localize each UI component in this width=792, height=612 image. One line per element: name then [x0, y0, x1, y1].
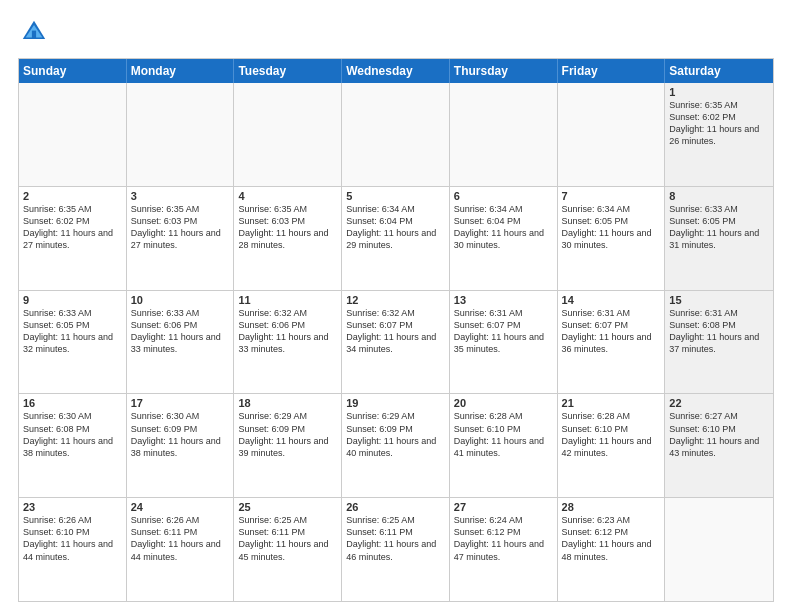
- calendar-day-cell: [665, 498, 773, 601]
- header-day: Tuesday: [234, 59, 342, 83]
- day-info: Sunrise: 6:34 AM Sunset: 6:05 PM Dayligh…: [562, 203, 661, 252]
- day-info: Sunrise: 6:28 AM Sunset: 6:10 PM Dayligh…: [562, 410, 661, 459]
- day-info: Sunrise: 6:29 AM Sunset: 6:09 PM Dayligh…: [346, 410, 445, 459]
- calendar-day-cell: 21Sunrise: 6:28 AM Sunset: 6:10 PM Dayli…: [558, 394, 666, 497]
- day-info: Sunrise: 6:31 AM Sunset: 6:07 PM Dayligh…: [562, 307, 661, 356]
- calendar-body: 1Sunrise: 6:35 AM Sunset: 6:02 PM Daylig…: [19, 83, 773, 601]
- calendar-day-cell: 6Sunrise: 6:34 AM Sunset: 6:04 PM Daylig…: [450, 187, 558, 290]
- calendar-week: 16Sunrise: 6:30 AM Sunset: 6:08 PM Dayli…: [19, 393, 773, 497]
- day-info: Sunrise: 6:35 AM Sunset: 6:03 PM Dayligh…: [238, 203, 337, 252]
- calendar-day-cell: 18Sunrise: 6:29 AM Sunset: 6:09 PM Dayli…: [234, 394, 342, 497]
- day-info: Sunrise: 6:33 AM Sunset: 6:05 PM Dayligh…: [669, 203, 769, 252]
- day-number: 2: [23, 190, 122, 202]
- day-number: 17: [131, 397, 230, 409]
- logo-icon: [20, 18, 48, 46]
- day-number: 16: [23, 397, 122, 409]
- calendar-week: 2Sunrise: 6:35 AM Sunset: 6:02 PM Daylig…: [19, 186, 773, 290]
- day-number: 19: [346, 397, 445, 409]
- day-info: Sunrise: 6:28 AM Sunset: 6:10 PM Dayligh…: [454, 410, 553, 459]
- day-number: 22: [669, 397, 769, 409]
- calendar-day-cell: 13Sunrise: 6:31 AM Sunset: 6:07 PM Dayli…: [450, 291, 558, 394]
- calendar-day-cell: 14Sunrise: 6:31 AM Sunset: 6:07 PM Dayli…: [558, 291, 666, 394]
- day-info: Sunrise: 6:26 AM Sunset: 6:10 PM Dayligh…: [23, 514, 122, 563]
- header-day: Sunday: [19, 59, 127, 83]
- calendar-day-cell: [127, 83, 235, 186]
- day-number: 23: [23, 501, 122, 513]
- calendar-day-cell: 28Sunrise: 6:23 AM Sunset: 6:12 PM Dayli…: [558, 498, 666, 601]
- day-info: Sunrise: 6:30 AM Sunset: 6:09 PM Dayligh…: [131, 410, 230, 459]
- day-number: 20: [454, 397, 553, 409]
- calendar-day-cell: 17Sunrise: 6:30 AM Sunset: 6:09 PM Dayli…: [127, 394, 235, 497]
- calendar-day-cell: 5Sunrise: 6:34 AM Sunset: 6:04 PM Daylig…: [342, 187, 450, 290]
- day-number: 28: [562, 501, 661, 513]
- calendar-day-cell: 10Sunrise: 6:33 AM Sunset: 6:06 PM Dayli…: [127, 291, 235, 394]
- header: [18, 18, 774, 50]
- calendar-day-cell: [234, 83, 342, 186]
- day-number: 14: [562, 294, 661, 306]
- day-number: 25: [238, 501, 337, 513]
- day-info: Sunrise: 6:32 AM Sunset: 6:07 PM Dayligh…: [346, 307, 445, 356]
- calendar-day-cell: 22Sunrise: 6:27 AM Sunset: 6:10 PM Dayli…: [665, 394, 773, 497]
- calendar-day-cell: [342, 83, 450, 186]
- day-number: 9: [23, 294, 122, 306]
- day-number: 10: [131, 294, 230, 306]
- calendar-day-cell: 11Sunrise: 6:32 AM Sunset: 6:06 PM Dayli…: [234, 291, 342, 394]
- calendar-day-cell: [19, 83, 127, 186]
- day-info: Sunrise: 6:33 AM Sunset: 6:06 PM Dayligh…: [131, 307, 230, 356]
- header-day: Saturday: [665, 59, 773, 83]
- day-info: Sunrise: 6:29 AM Sunset: 6:09 PM Dayligh…: [238, 410, 337, 459]
- day-info: Sunrise: 6:33 AM Sunset: 6:05 PM Dayligh…: [23, 307, 122, 356]
- day-info: Sunrise: 6:26 AM Sunset: 6:11 PM Dayligh…: [131, 514, 230, 563]
- day-number: 11: [238, 294, 337, 306]
- day-info: Sunrise: 6:25 AM Sunset: 6:11 PM Dayligh…: [238, 514, 337, 563]
- day-number: 1: [669, 86, 769, 98]
- calendar-day-cell: 12Sunrise: 6:32 AM Sunset: 6:07 PM Dayli…: [342, 291, 450, 394]
- calendar-week: 1Sunrise: 6:35 AM Sunset: 6:02 PM Daylig…: [19, 83, 773, 186]
- day-number: 24: [131, 501, 230, 513]
- day-number: 6: [454, 190, 553, 202]
- day-info: Sunrise: 6:35 AM Sunset: 6:02 PM Dayligh…: [669, 99, 769, 148]
- calendar-day-cell: 8Sunrise: 6:33 AM Sunset: 6:05 PM Daylig…: [665, 187, 773, 290]
- day-info: Sunrise: 6:25 AM Sunset: 6:11 PM Dayligh…: [346, 514, 445, 563]
- calendar-day-cell: 9Sunrise: 6:33 AM Sunset: 6:05 PM Daylig…: [19, 291, 127, 394]
- day-number: 7: [562, 190, 661, 202]
- day-info: Sunrise: 6:31 AM Sunset: 6:08 PM Dayligh…: [669, 307, 769, 356]
- day-number: 18: [238, 397, 337, 409]
- day-number: 12: [346, 294, 445, 306]
- day-info: Sunrise: 6:23 AM Sunset: 6:12 PM Dayligh…: [562, 514, 661, 563]
- day-number: 26: [346, 501, 445, 513]
- calendar-day-cell: 4Sunrise: 6:35 AM Sunset: 6:03 PM Daylig…: [234, 187, 342, 290]
- calendar-day-cell: [450, 83, 558, 186]
- calendar-day-cell: 1Sunrise: 6:35 AM Sunset: 6:02 PM Daylig…: [665, 83, 773, 186]
- day-number: 13: [454, 294, 553, 306]
- calendar-day-cell: 24Sunrise: 6:26 AM Sunset: 6:11 PM Dayli…: [127, 498, 235, 601]
- calendar-day-cell: 27Sunrise: 6:24 AM Sunset: 6:12 PM Dayli…: [450, 498, 558, 601]
- day-info: Sunrise: 6:34 AM Sunset: 6:04 PM Dayligh…: [346, 203, 445, 252]
- calendar-day-cell: 20Sunrise: 6:28 AM Sunset: 6:10 PM Dayli…: [450, 394, 558, 497]
- day-info: Sunrise: 6:24 AM Sunset: 6:12 PM Dayligh…: [454, 514, 553, 563]
- day-number: 3: [131, 190, 230, 202]
- calendar-day-cell: 23Sunrise: 6:26 AM Sunset: 6:10 PM Dayli…: [19, 498, 127, 601]
- header-day: Thursday: [450, 59, 558, 83]
- calendar-header: SundayMondayTuesdayWednesdayThursdayFrid…: [19, 59, 773, 83]
- day-number: 5: [346, 190, 445, 202]
- day-number: 4: [238, 190, 337, 202]
- day-info: Sunrise: 6:31 AM Sunset: 6:07 PM Dayligh…: [454, 307, 553, 356]
- day-number: 8: [669, 190, 769, 202]
- day-info: Sunrise: 6:30 AM Sunset: 6:08 PM Dayligh…: [23, 410, 122, 459]
- day-number: 21: [562, 397, 661, 409]
- calendar-day-cell: 3Sunrise: 6:35 AM Sunset: 6:03 PM Daylig…: [127, 187, 235, 290]
- header-day: Wednesday: [342, 59, 450, 83]
- svg-rect-2: [32, 31, 36, 39]
- day-info: Sunrise: 6:35 AM Sunset: 6:02 PM Dayligh…: [23, 203, 122, 252]
- calendar-day-cell: [558, 83, 666, 186]
- calendar: SundayMondayTuesdayWednesdayThursdayFrid…: [18, 58, 774, 602]
- header-day: Monday: [127, 59, 235, 83]
- calendar-day-cell: 7Sunrise: 6:34 AM Sunset: 6:05 PM Daylig…: [558, 187, 666, 290]
- calendar-day-cell: 25Sunrise: 6:25 AM Sunset: 6:11 PM Dayli…: [234, 498, 342, 601]
- calendar-day-cell: 26Sunrise: 6:25 AM Sunset: 6:11 PM Dayli…: [342, 498, 450, 601]
- day-info: Sunrise: 6:32 AM Sunset: 6:06 PM Dayligh…: [238, 307, 337, 356]
- calendar-day-cell: 19Sunrise: 6:29 AM Sunset: 6:09 PM Dayli…: [342, 394, 450, 497]
- day-number: 27: [454, 501, 553, 513]
- page: SundayMondayTuesdayWednesdayThursdayFrid…: [0, 0, 792, 612]
